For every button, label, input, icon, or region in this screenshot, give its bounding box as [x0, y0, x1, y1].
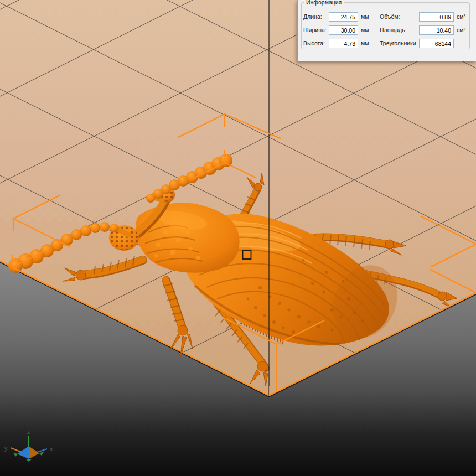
axis-gizmo: z y x	[4, 428, 53, 462]
gizmo-green-tip	[25, 459, 32, 462]
area-field[interactable]	[419, 25, 454, 35]
volume-unit: см³	[457, 12, 465, 22]
volume-field[interactable]	[419, 12, 454, 22]
gizmo-green-wing-left	[13, 453, 18, 457]
height-field[interactable]	[329, 39, 358, 48]
info-panel-title: Информация	[304, 0, 344, 6]
triangles-label: Треугольники	[380, 39, 416, 48]
volume-label: Объём:	[380, 12, 400, 22]
area-unit: см²	[457, 25, 465, 35]
height-label: Высота:	[303, 39, 325, 48]
width-field[interactable]	[329, 25, 358, 35]
gizmo-blue-face	[17, 446, 29, 459]
y-axis-label: y	[4, 445, 8, 452]
info-panel: Информация Длина: мм Ширина: мм Высота: …	[297, 0, 476, 61]
area-label: Площадь:	[380, 25, 407, 35]
width-label: Ширина:	[303, 25, 327, 35]
width-unit: мм	[361, 25, 369, 35]
height-unit: мм	[361, 39, 369, 48]
z-axis-label: z	[27, 428, 30, 435]
viewer-stage: z y x Информация Длина: мм Ширина: мм Вы…	[0, 0, 476, 476]
triangles-field[interactable]	[419, 39, 454, 48]
length-unit: мм	[361, 12, 369, 22]
viewport-3d[interactable]: z y x	[0, 0, 476, 476]
x-axis-label: x	[50, 446, 53, 452]
length-field[interactable]	[329, 12, 358, 22]
length-label: Длина:	[303, 12, 322, 22]
gizmo-orange-face	[29, 446, 39, 459]
